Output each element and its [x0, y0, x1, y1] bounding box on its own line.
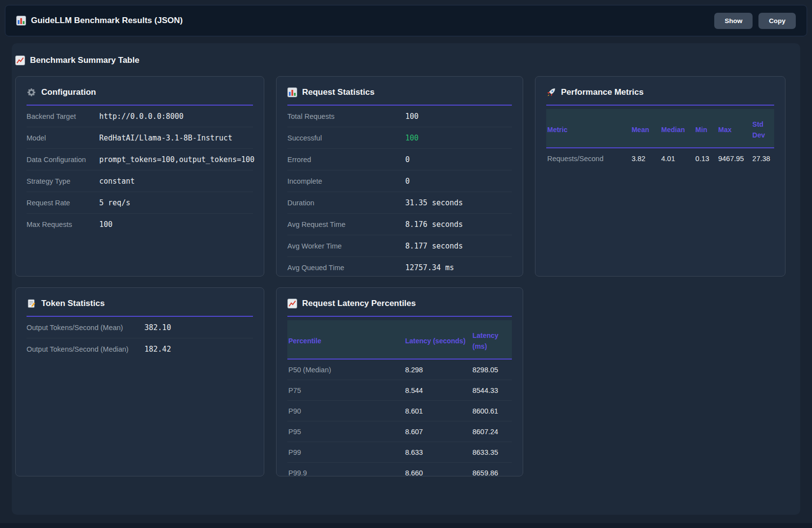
row-label: Model	[27, 134, 99, 142]
latency-ms: 8600.61	[472, 401, 512, 421]
column-header-max: Max	[717, 109, 752, 148]
row-value: 0	[405, 177, 512, 186]
percentile-name: P50 (Median)	[287, 359, 404, 380]
row-value: 0	[405, 155, 512, 164]
metric-median: 4.01	[660, 148, 695, 168]
table-row-p75: P75 8.544 8544.33	[287, 380, 512, 401]
row-label: Max Requests	[27, 221, 99, 228]
request-statistics-card-title: Request Statistics	[287, 87, 512, 106]
column-header-median: Median	[660, 109, 695, 148]
percentile-name: P75	[287, 380, 404, 401]
table-header-row: Metric Mean Median Min Max Std Dev	[546, 109, 774, 148]
card-performance-metrics: Performance Metrics Metric Mean Median M…	[535, 76, 785, 277]
rocket-icon	[546, 87, 556, 97]
metric-max: 9467.95	[717, 148, 752, 168]
cards-grid: Configuration Backend Target http://0.0.…	[15, 76, 797, 476]
stat-row-avg-queued-time: Avg Queued Time 12757.34 ms	[287, 257, 512, 278]
percentile-name: P99.9	[287, 463, 404, 483]
latency-ms: 8659.86	[472, 463, 512, 483]
latency-percentiles-table: Percentile Latency (seconds) Latency (ms…	[287, 317, 512, 483]
percentile-name: P90	[287, 401, 404, 421]
latency-ms: 8607.24	[472, 421, 512, 442]
metric-min: 0.13	[695, 148, 717, 168]
card-token-statistics: Token Statistics Output Tokens/Second (M…	[15, 287, 264, 476]
latency-percentiles-card-title: Request Latency Percentiles	[287, 299, 512, 317]
row-value: 100	[405, 112, 512, 121]
row-label: Avg Request Time	[287, 221, 405, 228]
row-value: 31.35 seconds	[405, 198, 512, 207]
table-row-p99: P99 8.633 8633.35	[287, 442, 512, 463]
show-button[interactable]: Show	[714, 13, 753, 29]
row-value: RedHatAI/Llama-3.1-8B-Instruct	[99, 134, 253, 142]
column-header-latency-ms: Latency (ms)	[472, 320, 512, 359]
row-label: Errored	[287, 156, 405, 164]
row-label: Backend Target	[27, 112, 99, 120]
row-label: Total Requests	[287, 112, 405, 120]
card-title-text: Request Statistics	[302, 87, 374, 97]
table-row-p90: P90 8.601 8600.61	[287, 401, 512, 421]
row-label: Avg Worker Time	[287, 242, 405, 250]
token-row-mean: Output Tokens/Second (Mean) 382.10	[27, 317, 253, 338]
row-label: Duration	[287, 199, 405, 207]
config-row-max-requests: Max Requests 100	[27, 214, 253, 235]
copy-button[interactable]: Copy	[758, 13, 796, 29]
section-title-text: Benchmark Summary Table	[30, 56, 140, 65]
latency-seconds: 8.633	[404, 442, 472, 463]
bar-chart-icon	[16, 16, 26, 26]
latency-seconds: 8.298	[404, 359, 472, 380]
row-value: 182.42	[144, 345, 253, 354]
row-value: prompt_tokens=100,output_tokens=100	[99, 155, 254, 164]
stat-row-total-requests: Total Requests 100	[287, 106, 512, 127]
memo-icon	[27, 299, 36, 308]
row-value: 5 req/s	[99, 198, 253, 207]
row-label: Output Tokens/Second (Median)	[27, 345, 144, 353]
card-latency-percentiles: Request Latency Percentiles Percentile L…	[276, 287, 523, 476]
latency-seconds: 8.601	[404, 401, 472, 421]
latency-seconds: 8.607	[404, 421, 472, 442]
content-panel: Benchmark Summary Table Configuration Ba…	[12, 43, 800, 515]
token-row-median: Output Tokens/Second (Median) 182.42	[27, 338, 253, 360]
row-value: http://0.0.0.0:8000	[99, 112, 253, 121]
table-row-requests-per-second: Requests/Second 3.82 4.01 0.13 9467.95 2…	[546, 148, 774, 168]
column-header-mean: Mean	[631, 109, 660, 148]
card-title-text: Configuration	[41, 87, 96, 97]
config-row-strategy-type: Strategy Type constant	[27, 170, 253, 192]
configuration-rows: Backend Target http://0.0.0.0:8000 Model…	[27, 106, 253, 235]
request-statistics-rows: Total Requests 100 Successful 100 Errore…	[287, 106, 512, 278]
row-value: 8.176 seconds	[405, 220, 512, 229]
config-row-request-rate: Request Rate 5 req/s	[27, 192, 253, 214]
line-chart-icon	[15, 56, 25, 65]
row-value: 100	[99, 220, 253, 229]
performance-metrics-table: Metric Mean Median Min Max Std Dev Reque…	[546, 106, 774, 168]
row-label: Data Configuration	[27, 156, 99, 164]
metric-mean: 3.82	[631, 148, 660, 168]
config-row-model: Model RedHatAI/Llama-3.1-8B-Instruct	[27, 127, 253, 149]
column-header-min: Min	[695, 109, 717, 148]
latency-ms: 8544.33	[472, 380, 512, 401]
stat-row-successful: Successful 100	[287, 127, 512, 149]
metric-std-dev: 27.38	[752, 148, 774, 168]
row-label: Incomplete	[287, 177, 405, 185]
token-statistics-card-title: Token Statistics	[27, 299, 253, 317]
column-header-std-dev: Std Dev	[752, 109, 774, 148]
header-actions: Show Copy	[714, 13, 796, 29]
row-value: 12757.34 ms	[405, 263, 512, 272]
stat-row-duration: Duration 31.35 seconds	[287, 192, 512, 214]
row-label: Strategy Type	[27, 177, 99, 185]
percentile-name: P95	[287, 421, 404, 442]
table-row-p95: P95 8.607 8607.24	[287, 421, 512, 442]
gear-icon	[27, 87, 36, 97]
latency-seconds: 8.660	[404, 463, 472, 483]
table-header-row: Percentile Latency (seconds) Latency (ms…	[287, 320, 512, 359]
performance-metrics-card-title: Performance Metrics	[546, 87, 774, 106]
card-title-text: Request Latency Percentiles	[302, 299, 416, 308]
token-statistics-rows: Output Tokens/Second (Mean) 382.10 Outpu…	[27, 317, 253, 360]
page-title: GuideLLM Benchmark Results (JSON)	[31, 16, 183, 26]
row-label: Successful	[287, 134, 405, 142]
card-configuration: Configuration Backend Target http://0.0.…	[15, 76, 264, 277]
row-value: 382.10	[144, 323, 253, 332]
stat-row-avg-request-time: Avg Request Time 8.176 seconds	[287, 214, 512, 235]
table-row-p99-9: P99.9 8.660 8659.86	[287, 463, 512, 483]
bar-chart-icon	[287, 87, 297, 97]
percentile-name: P99	[287, 442, 404, 463]
